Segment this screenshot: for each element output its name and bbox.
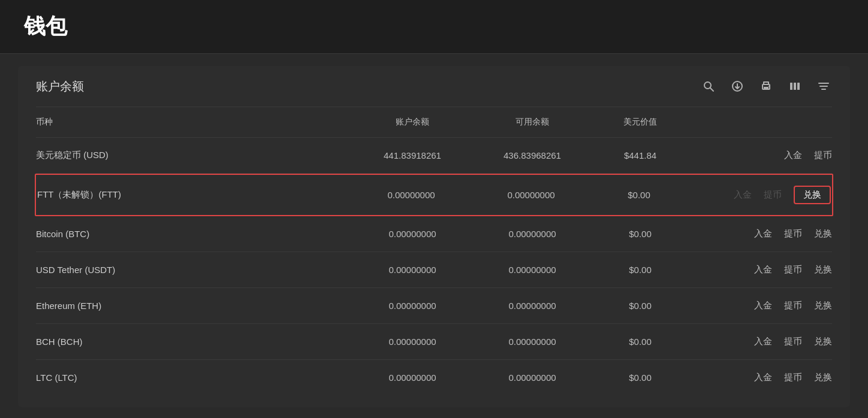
balance-value: 0.00000000 <box>352 372 472 383</box>
table-row: Bitcoin (BTC) 0.00000000 0.00000000 $0.0… <box>36 216 832 252</box>
usd-value: $441.84 <box>592 150 688 160</box>
row-actions: 入金 提币 兑换 <box>688 336 832 347</box>
filter-icon[interactable] <box>815 78 832 95</box>
deposit-button[interactable]: 入金 <box>754 228 772 240</box>
content-area: 账户余额 <box>18 66 850 407</box>
withdraw-button[interactable]: 提币 <box>784 264 802 275</box>
convert-button[interactable]: 兑换 <box>814 336 832 347</box>
deposit-button: 入金 <box>734 189 752 201</box>
available-value: 0.00000000 <box>472 301 592 311</box>
section-header: 账户余额 <box>36 78 832 107</box>
currency-name: FTT（未解锁）(FTT) <box>37 189 351 201</box>
withdraw-button: 提币 <box>764 189 782 201</box>
usd-value: $0.00 <box>592 265 688 275</box>
header-usd-value: 美元价值 <box>592 117 688 128</box>
withdraw-button[interactable]: 提币 <box>784 300 802 311</box>
available-value: 0.00000000 <box>471 190 591 200</box>
section-title: 账户余额 <box>36 78 84 95</box>
convert-button[interactable]: 兑换 <box>794 186 831 204</box>
available-value: 0.00000000 <box>472 372 592 383</box>
svg-line-1 <box>710 88 713 91</box>
svg-rect-8 <box>794 83 796 90</box>
deposit-button[interactable]: 入金 <box>784 150 802 161</box>
currency-name: Bitcoin (BTC) <box>36 229 352 239</box>
withdraw-button[interactable]: 提币 <box>784 336 802 347</box>
print-icon[interactable] <box>758 78 774 95</box>
usd-value: $0.00 <box>592 337 688 347</box>
table-row: LTC (LTC) 0.00000000 0.00000000 $0.00 入金… <box>36 360 832 395</box>
currency-name: Ethereum (ETH) <box>36 301 352 311</box>
usd-value: $0.00 <box>591 190 687 200</box>
withdraw-button[interactable]: 提币 <box>784 228 802 240</box>
table-header: 币种 账户余额 可用余额 美元价值 <box>36 107 832 138</box>
convert-button[interactable]: 兑换 <box>814 372 832 383</box>
deposit-button[interactable]: 入金 <box>754 372 772 383</box>
svg-point-6 <box>768 86 770 87</box>
header-actions <box>688 117 832 128</box>
convert-button[interactable]: 兑换 <box>814 264 832 275</box>
available-value: 0.00000000 <box>472 265 592 275</box>
page-title: 钱包 <box>24 12 844 41</box>
header-currency: 币种 <box>36 117 352 128</box>
row-actions: 入金 提币 <box>688 150 832 161</box>
table-row: USD Tether (USDT) 0.00000000 0.00000000 … <box>36 252 832 288</box>
convert-button[interactable]: 兑换 <box>814 228 832 240</box>
deposit-button[interactable]: 入金 <box>754 300 772 311</box>
convert-button[interactable]: 兑换 <box>814 300 832 311</box>
deposit-button[interactable]: 入金 <box>754 264 772 275</box>
available-value: 436.83968261 <box>472 150 592 160</box>
download-icon[interactable] <box>729 78 746 95</box>
balance-value: 0.00000000 <box>352 265 472 275</box>
row-actions: 入金 提币 兑换 <box>688 264 832 275</box>
currency-name: LTC (LTC) <box>36 372 352 383</box>
usd-value: $0.00 <box>592 372 688 383</box>
balance-table: 币种 账户余额 可用余额 美元价值 美元稳定币 (USD) 441.839182… <box>36 107 832 395</box>
balance-value: 0.00000000 <box>352 229 472 239</box>
currency-name: BCH (BCH) <box>36 337 352 347</box>
toolbar-icons <box>700 78 832 95</box>
balance-value: 441.83918261 <box>352 150 472 160</box>
table-row: Ethereum (ETH) 0.00000000 0.00000000 $0.… <box>36 288 832 324</box>
currency-name: 美元稳定币 (USD) <box>36 150 352 161</box>
columns-icon[interactable] <box>786 78 803 95</box>
withdraw-button[interactable]: 提币 <box>814 150 832 161</box>
available-value: 0.00000000 <box>472 337 592 347</box>
table-row: FTT（未解锁）(FTT) 0.00000000 0.00000000 $0.0… <box>35 174 833 216</box>
withdraw-button[interactable]: 提币 <box>784 372 802 383</box>
svg-rect-9 <box>797 83 800 90</box>
header-balance: 账户余额 <box>352 117 472 128</box>
row-actions: 入金 提币 兑换 <box>687 186 831 204</box>
deposit-button[interactable]: 入金 <box>754 336 772 347</box>
row-actions: 入金 提币 兑换 <box>688 300 832 311</box>
header-available: 可用余额 <box>472 117 592 128</box>
table-row: BCH (BCH) 0.00000000 0.00000000 $0.00 入金… <box>36 324 832 360</box>
usd-value: $0.00 <box>592 229 688 239</box>
balance-value: 0.00000000 <box>352 337 472 347</box>
balance-value: 0.00000000 <box>351 190 471 200</box>
page-header: 钱包 <box>0 0 868 54</box>
row-actions: 入金 提币 兑换 <box>688 372 832 383</box>
available-value: 0.00000000 <box>472 229 592 239</box>
balance-value: 0.00000000 <box>352 301 472 311</box>
svg-rect-7 <box>790 83 792 90</box>
usd-value: $0.00 <box>592 301 688 311</box>
row-actions: 入金 提币 兑换 <box>688 228 832 240</box>
currency-name: USD Tether (USDT) <box>36 265 352 275</box>
search-icon[interactable] <box>700 78 717 95</box>
svg-rect-5 <box>764 87 768 89</box>
table-row: 美元稳定币 (USD) 441.83918261 436.83968261 $4… <box>36 138 832 174</box>
